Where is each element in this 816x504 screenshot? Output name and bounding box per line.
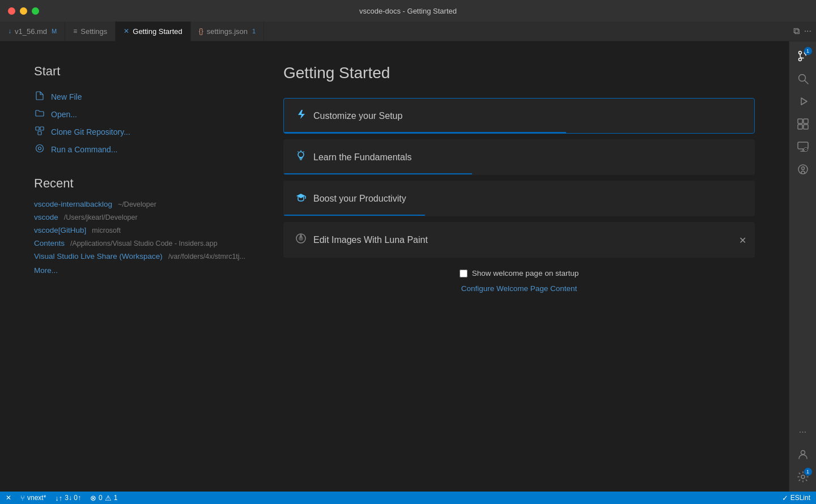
- source-control-badge: 1: [804, 47, 812, 55]
- activity-bar-bottom: ··· 1: [793, 422, 813, 487]
- clone-git-label: Clone Git Repository...: [51, 127, 130, 136]
- new-file-action[interactable]: New File: [34, 90, 249, 103]
- right-panel: Getting Started Customize your Setup: [283, 64, 755, 469]
- tab-settings-json[interactable]: {} settings.json 1: [191, 22, 264, 41]
- gs-card-fundamentals-header: Learn the Fundamentals: [295, 150, 743, 164]
- show-welcome-row: Show welcome page on startup: [460, 269, 579, 277]
- tab-settings-json-label: settings.json: [207, 27, 248, 36]
- main-layout: Start New File: [0, 41, 816, 492]
- source-control-icon[interactable]: 1: [793, 46, 813, 66]
- extensions-icon[interactable]: [793, 114, 813, 134]
- recent-name-r1[interactable]: vscode-internalbacklog: [34, 200, 112, 208]
- svg-line-7: [304, 152, 304, 152]
- gs-cards: Customize your Setup: [283, 98, 755, 258]
- left-panel: Start New File: [34, 64, 249, 469]
- svg-point-12: [798, 52, 801, 54]
- tab-settings-json-icon: {}: [199, 27, 203, 35]
- productivity-icon: [295, 191, 307, 206]
- gs-card-luna-paint-label: Edit Images With Luna Paint: [313, 235, 428, 245]
- settings-gear-icon[interactable]: 1: [793, 467, 813, 487]
- luna-paint-icon: [295, 233, 307, 247]
- svg-rect-2: [38, 131, 41, 135]
- tab-bar: ↓ v1_56.md M ≡ Settings ✕ Getting Starte…: [0, 22, 816, 41]
- svg-point-28: [801, 451, 805, 455]
- list-item: vscode[GitHub] microsoft: [34, 226, 249, 234]
- github-icon[interactable]: [793, 159, 813, 180]
- recent-path-r4: /Applications/Visual Studio Code - Insid…: [70, 240, 218, 247]
- recent-name-r3[interactable]: vscode[GitHub]: [34, 226, 86, 234]
- sync-label: 3↓ 0↑: [65, 494, 81, 502]
- tab-settings-json-badge: 1: [252, 28, 256, 35]
- open-label: Open...: [51, 110, 77, 119]
- gs-card-customize[interactable]: Customize your Setup: [283, 98, 755, 134]
- recent-path-r1: ~/Developer: [118, 200, 156, 208]
- svg-rect-18: [798, 119, 802, 123]
- run-command-label: Run a Command...: [51, 145, 118, 154]
- configure-welcome-link[interactable]: Configure Welcome Page Content: [461, 284, 577, 293]
- svg-line-16: [805, 80, 808, 84]
- status-eslint[interactable]: ✓ ESLint: [782, 494, 810, 502]
- svg-point-5: [298, 152, 304, 157]
- clone-git-icon: [34, 126, 45, 137]
- open-action[interactable]: Open...: [34, 108, 249, 121]
- luna-paint-close-icon[interactable]: ✕: [739, 234, 746, 245]
- new-file-icon: [34, 91, 45, 102]
- gs-card-productivity-header: Boost your Productivity: [295, 191, 743, 206]
- svg-point-3: [36, 145, 44, 152]
- run-debug-icon[interactable]: [793, 91, 813, 112]
- show-welcome-checkbox[interactable]: [460, 270, 468, 277]
- svg-point-29: [801, 475, 805, 479]
- status-bar: ✕ ⑂ vnext* ↓↑ 3↓ 0↑ ⊗ 0 ⚠ 1 ✓ ESLint: [0, 492, 816, 504]
- tab-v1-56[interactable]: ↓ v1_56.md M: [0, 22, 65, 41]
- eslint-icon: ✓: [782, 494, 788, 502]
- status-sync[interactable]: ↓↑ 3↓ 0↑: [55, 494, 81, 502]
- status-branch[interactable]: ⑂ vnext*: [20, 494, 46, 502]
- recent-name-r2[interactable]: vscode: [34, 213, 58, 221]
- gs-card-fundamentals[interactable]: Learn the Fundamentals: [283, 139, 755, 175]
- customize-icon: [295, 109, 307, 123]
- tab-settings-label: Settings: [80, 27, 107, 36]
- title-bar: vscode-docs - Getting Started: [0, 0, 816, 22]
- status-remote[interactable]: ✕: [6, 494, 11, 502]
- tab-v1-56-label: v1_56.md: [15, 27, 47, 36]
- activity-more-icon[interactable]: ···: [794, 422, 811, 442]
- run-command-action[interactable]: Run a Command...: [34, 143, 249, 156]
- tab-bar-actions: ⧉ ···: [793, 22, 816, 41]
- status-errors[interactable]: ⊗ 0 ⚠ 1: [90, 494, 117, 502]
- sync-icon: ↓↑: [55, 494, 62, 502]
- list-item: vscode /Users/jkearl/Developer: [34, 213, 249, 221]
- maximize-button[interactable]: [32, 7, 39, 15]
- more-link[interactable]: More...: [34, 266, 249, 275]
- tab-getting-started-label: Getting Started: [133, 27, 182, 36]
- gs-card-fundamentals-label: Learn the Fundamentals: [313, 152, 411, 163]
- search-activity-icon[interactable]: [793, 69, 813, 89]
- tab-settings[interactable]: ≡ Settings: [65, 22, 116, 41]
- gs-card-productivity[interactable]: Boost your Productivity: [283, 181, 755, 216]
- more-actions-icon[interactable]: ···: [804, 26, 811, 36]
- tab-v1-56-modified: M: [52, 28, 57, 35]
- split-editor-icon[interactable]: ⧉: [793, 26, 800, 36]
- show-welcome-label: Show welcome page on startup: [472, 269, 579, 277]
- start-title: Start: [34, 64, 249, 79]
- svg-rect-19: [804, 119, 808, 123]
- list-item: Visual Studio Live Share (Workspace) /va…: [34, 252, 249, 260]
- gs-card-customize-header: Customize your Setup: [295, 109, 743, 123]
- svg-marker-17: [801, 98, 807, 105]
- clone-git-action[interactable]: Clone Git Repository...: [34, 125, 249, 138]
- warnings-label: 1: [114, 494, 118, 502]
- recent-name-r5[interactable]: Visual Studio Live Share (Workspace): [34, 252, 163, 260]
- recent-name-r4[interactable]: Contents: [34, 239, 65, 247]
- svg-rect-20: [798, 125, 802, 129]
- svg-rect-21: [804, 125, 808, 129]
- tab-getting-started[interactable]: ✕ Getting Started: [116, 22, 190, 41]
- gs-card-luna-paint[interactable]: Edit Images With Luna Paint ✕: [283, 222, 755, 258]
- svg-point-14: [798, 58, 801, 61]
- recent-path-r5: /var/folders/4x/stmrc1tj...: [168, 253, 245, 260]
- settings-gear-badge: 1: [804, 468, 812, 476]
- remote-icon[interactable]: [793, 136, 813, 157]
- minimize-button[interactable]: [20, 7, 27, 15]
- close-button[interactable]: [8, 7, 15, 15]
- activity-bar: 1: [789, 41, 816, 492]
- account-icon[interactable]: [793, 444, 813, 464]
- branch-icon: ⑂: [20, 494, 25, 502]
